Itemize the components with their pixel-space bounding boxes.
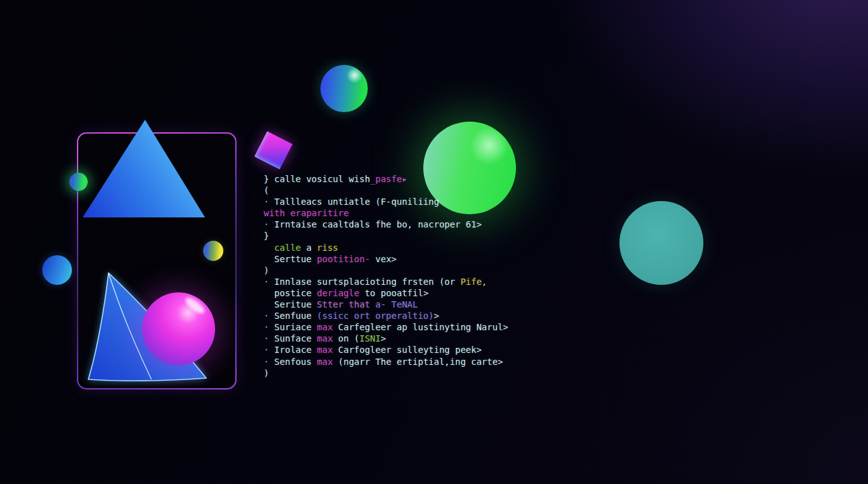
code-segment: > <box>380 333 385 343</box>
code-line: · Senfuue (ssicc ort orperaltio)> <box>264 310 508 321</box>
code-segment: Pife, <box>460 277 487 287</box>
code-line: ) <box>264 265 508 276</box>
diamond-shape <box>254 131 293 170</box>
green-mini-sphere <box>69 173 88 191</box>
code-segment: a- TeNAL <box>375 299 418 309</box>
code-line: · Tallleacs untiatle (F-quniliing <box>264 196 508 207</box>
code-segment: Irntaise caaltdals fhe bo, nacroper 61> <box>274 219 482 229</box>
code-segment: Suriace <box>274 322 317 332</box>
code-segment: max <box>317 333 332 343</box>
code-segment: Tallleacs untiatle (F-quniliing <box>274 197 439 207</box>
code-segment: deriagle <box>317 288 359 298</box>
code-segment <box>264 243 274 253</box>
code-segment: · <box>264 345 274 355</box>
code-segment: _pasfe▸ <box>370 174 408 184</box>
neon-art-wallpaper: { "palette": { "background": "#030308", … <box>0 0 868 484</box>
code-segment: Senfuue <box>274 311 317 321</box>
teal-circle <box>619 201 703 285</box>
code-segment: to pooatfil> <box>360 288 429 298</box>
blue-circle <box>42 255 72 285</box>
code-segment: Carfogleer sulleyting peek> <box>333 345 482 355</box>
code-line: ) <box>264 367 508 379</box>
code-segment: calle <box>274 243 301 253</box>
code-segment: · <box>264 322 274 332</box>
code-line: · Innlase surtsplacioting frsten (or Pif… <box>264 276 508 287</box>
code-line: · Irntaise caaltdals fhe bo, nacroper 61… <box>264 219 508 230</box>
code-segment: · <box>264 311 274 321</box>
code-segment: max <box>317 345 332 355</box>
code-segment: Serttue <box>264 254 317 264</box>
code-segment: Seritue <box>264 299 317 309</box>
blue-green-sphere-icon <box>320 65 368 112</box>
code-line: calle a riss <box>264 242 508 253</box>
code-line: } <box>264 230 508 241</box>
code-segment: Sunface <box>274 333 317 343</box>
code-line: with eraparitire <box>264 207 508 219</box>
code-segment: Carfegleer ap lustinyting Narul> <box>333 322 508 332</box>
code-segment: pootition- <box>317 254 370 264</box>
code-line: · Suriace max Carfegleer ap lustinyting … <box>264 321 508 333</box>
code-line: · Irolace max Carfogleer sulleyting peek… <box>264 344 508 355</box>
code-segment: postice <box>264 288 317 298</box>
code-segment: max <box>317 357 332 367</box>
code-segment: ISNI <box>360 333 381 343</box>
code-line: postice deriagle to pooatfil> <box>264 287 508 299</box>
code-segment: max <box>317 322 332 332</box>
blue-yellow-circle <box>203 241 223 261</box>
code-segment: on ( <box>333 333 360 343</box>
code-segment: ) <box>264 265 269 275</box>
code-segment: · <box>264 357 274 367</box>
code-segment: } <box>264 231 269 241</box>
code-segment: Innlase surtsplacioting frsten (or <box>274 277 460 287</box>
code-line: } calle vosicul wish_pasfe▸ <box>264 173 508 185</box>
code-segment: Stter that <box>317 299 375 309</box>
code-segment: Irolace <box>274 345 317 355</box>
code-line: Serttue pootition- vex> <box>264 253 508 265</box>
code-segment: ) <box>264 368 269 378</box>
code-segment: · <box>264 333 274 343</box>
code-line: ( <box>264 185 508 196</box>
code-segment: a <box>301 243 317 253</box>
code-segment: (ssicc ort orperaltio) <box>317 311 433 321</box>
code-segment: Senfous <box>274 357 317 367</box>
code-segment: vex> <box>370 254 397 264</box>
code-segment: (ngarr The ertiptial,ing carte> <box>333 357 503 367</box>
code-block: } calle vosicul wish_pasfe▸(· Tallleacs … <box>264 173 508 379</box>
code-line: · Senfous max (ngarr The ertiptial,ing c… <box>264 356 508 367</box>
magenta-sphere <box>142 292 215 366</box>
code-segment: ( <box>264 185 269 195</box>
code-line: Seritue Stter that a- TeNAL <box>264 299 508 310</box>
code-segment: } calle vosicul wish <box>264 174 370 184</box>
code-segment: > <box>434 311 439 321</box>
code-segment: · <box>264 219 274 229</box>
code-segment: · <box>264 197 274 207</box>
code-segment: · <box>264 277 274 287</box>
code-segment: riss <box>317 243 338 253</box>
code-segment: with eraparitire <box>264 208 349 218</box>
code-line: · Sunface max on (ISNI> <box>264 333 508 344</box>
